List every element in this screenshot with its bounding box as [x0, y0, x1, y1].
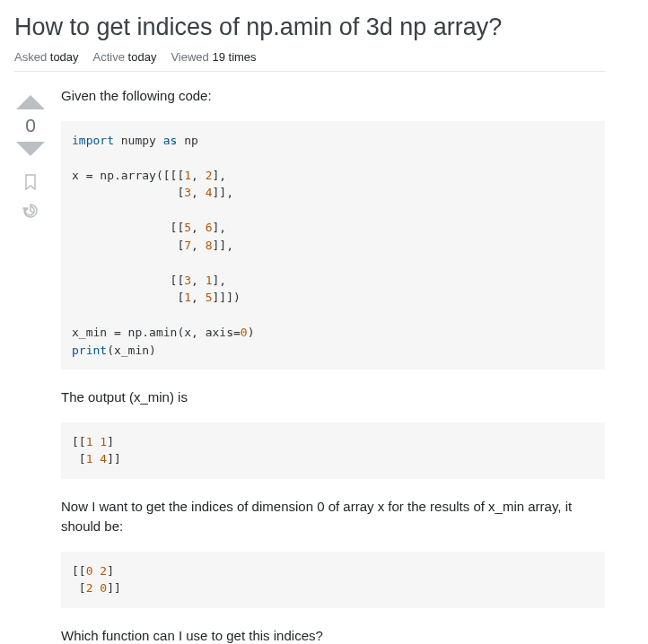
vote-column: 0 [14, 86, 47, 644]
upvote-button[interactable] [14, 86, 47, 109]
meta-viewed-label: Viewed [171, 50, 208, 64]
body-paragraph: Which function can I use to get this ind… [61, 626, 605, 644]
body-paragraph: Now I want to get the indices of dimensi… [61, 497, 605, 537]
meta-asked-value: today [50, 50, 79, 64]
code-block: import numpy as np x = np.array([[[1, 2]… [61, 121, 605, 370]
meta-asked-label: Asked [14, 50, 47, 64]
meta-active: Active today [93, 50, 157, 64]
meta-viewed: Viewed 19 times [171, 50, 256, 64]
downvote-button[interactable] [14, 142, 47, 165]
vote-count: 0 [25, 115, 36, 136]
question-meta: Asked today Active today Viewed 19 times [14, 50, 605, 72]
question-title: How to get indices of np.amin of 3d np a… [14, 11, 605, 43]
meta-viewed-value: 19 times [212, 50, 256, 64]
meta-active-label: Active [93, 50, 125, 64]
code-output: [[1 1] [1 4]] [61, 422, 605, 479]
body-paragraph: Given the following code: [61, 86, 605, 107]
post-layout: 0 Given the following code: import numpy… [14, 86, 605, 644]
bookmark-button[interactable] [14, 170, 47, 194]
post-body: Given the following code: import numpy a… [61, 86, 605, 644]
history-button[interactable] [14, 199, 47, 222]
code-output: [[0 2] [2 0]] [61, 552, 605, 608]
meta-active-value: today [128, 50, 157, 64]
meta-asked: Asked today [14, 50, 79, 64]
body-paragraph: The output (x_min) is [61, 387, 605, 408]
